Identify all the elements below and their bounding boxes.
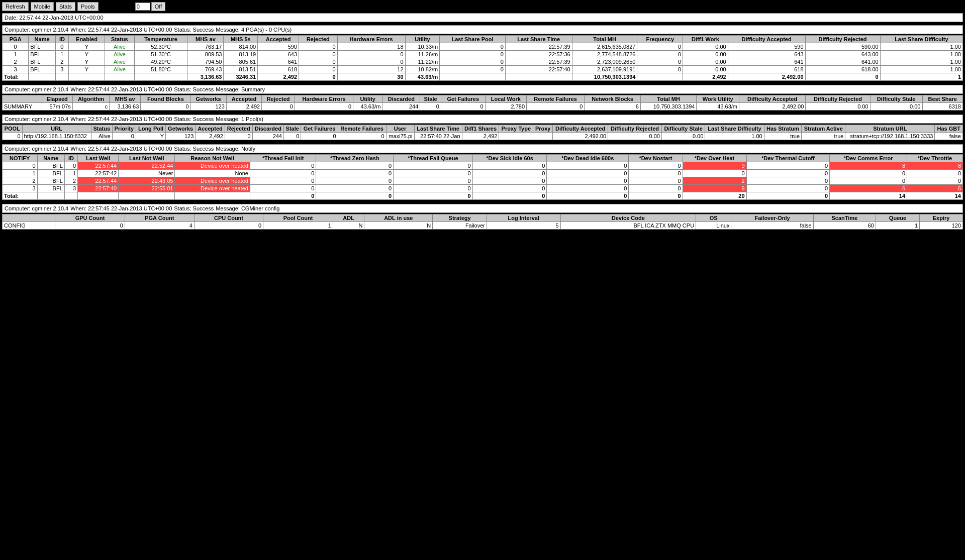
table-cell: 813.19 bbox=[224, 51, 258, 58]
col-c-gpu-count: GPU Count bbox=[55, 214, 125, 222]
col-n-dce: *Dev Comms Error bbox=[830, 155, 907, 162]
col-n-tfq: *Thread Fail Queue bbox=[394, 155, 472, 162]
pool-when: When: 22:57:44 22-Jan-2013 UTC+00:00 bbox=[70, 116, 172, 122]
table-cell: 0 bbox=[830, 177, 907, 185]
col-s-elapsed: Elapsed bbox=[42, 95, 72, 103]
table-cell: 0 bbox=[337, 51, 405, 58]
notify-when: When: 22:57:44 22-Jan-2013 UTC+00:00 bbox=[70, 146, 172, 152]
table-cell: 12 bbox=[337, 66, 405, 73]
col-p-long-poll: Long Poll bbox=[136, 125, 165, 133]
auto-refresh-input[interactable] bbox=[135, 3, 150, 11]
table-cell: 809.53 bbox=[187, 51, 224, 58]
table-cell: 0.00 bbox=[683, 66, 728, 73]
col-utility: Utility bbox=[405, 36, 440, 43]
table-cell: 6 bbox=[907, 185, 963, 192]
col-p-remote-failures: Remote Failures bbox=[338, 125, 386, 133]
off-button[interactable]: Off bbox=[151, 2, 165, 11]
table-cell: 6 bbox=[830, 185, 907, 192]
table-cell: 2 bbox=[683, 177, 746, 185]
table-cell: 0 bbox=[420, 103, 441, 110]
table-cell: Y bbox=[68, 58, 105, 66]
col-p-getworks: Getworks bbox=[166, 125, 196, 133]
table-cell: 0 bbox=[250, 170, 316, 177]
col-s-network-blocks: Network Blocks bbox=[585, 95, 641, 103]
table-cell: 43.63/m bbox=[697, 103, 739, 110]
refresh-button[interactable]: Refresh bbox=[2, 2, 29, 11]
table-cell: 643.00 bbox=[805, 51, 880, 58]
col-s-diff-rejected: Difficulty Rejected bbox=[806, 95, 870, 103]
table-cell: 0 bbox=[316, 185, 394, 192]
col-hw-errors: Hardware Errors bbox=[337, 36, 405, 43]
table-cell: BFL bbox=[29, 58, 56, 66]
pool-section: Computer: cgminer 2.10.4 When: 22:57:44 … bbox=[2, 115, 963, 140]
col-c-queue: Queue bbox=[876, 214, 919, 222]
col-n-dt: *Dev Throttle bbox=[907, 155, 963, 162]
table-cell: 11.26/m bbox=[405, 51, 440, 58]
table-cell: 0 bbox=[629, 185, 683, 192]
pools-button[interactable]: Pools bbox=[77, 2, 99, 11]
col-s-diff-accepted: Difficulty Accepted bbox=[739, 95, 806, 103]
table-cell: 0 bbox=[547, 185, 629, 192]
table-cell: 2,774,548.8726 bbox=[572, 51, 637, 58]
pga-section: Computer: cgminer 2.10.4 When: 22:57:44 … bbox=[2, 25, 963, 81]
stats-button[interactable]: Stats bbox=[56, 2, 75, 11]
col-rejected: Rejected bbox=[299, 36, 338, 43]
table-cell: 0 bbox=[250, 162, 316, 170]
table-cell: 120 bbox=[920, 222, 963, 230]
table-cell: 813.51 bbox=[224, 66, 258, 73]
col-s-rejected: Rejected bbox=[262, 95, 295, 103]
table-cell: BFL bbox=[37, 177, 64, 185]
col-c-label bbox=[3, 214, 55, 222]
pool-status: Status: Success bbox=[174, 116, 214, 122]
col-last-share-diff: Last Share Difficulty bbox=[880, 36, 962, 43]
table-cell: 0 bbox=[394, 170, 472, 177]
table-cell: 0 bbox=[64, 162, 77, 170]
table-cell: 0 bbox=[907, 177, 963, 185]
col-p-has-gbt: Has GBT bbox=[935, 125, 963, 133]
table-cell: 22:57:42 bbox=[78, 170, 119, 177]
pga-computer: Computer: cgminer 2.10.4 bbox=[5, 27, 68, 33]
notify-computer: Computer: cgminer 2.10.4 bbox=[5, 146, 68, 152]
col-s-best-share: Best Share bbox=[922, 95, 963, 103]
table-cell: 2,615,635.0827 bbox=[572, 43, 637, 51]
table-cell: 9 bbox=[683, 162, 746, 170]
col-p-discarded: Discarded bbox=[252, 125, 283, 133]
table-cell: 0 bbox=[225, 133, 252, 140]
table-cell bbox=[68, 73, 105, 81]
table-cell: 22:57:36 bbox=[505, 51, 572, 58]
table-cell: BFL bbox=[29, 51, 56, 58]
table-cell: 0 bbox=[629, 192, 683, 200]
col-p-diff-stale: Difficulty Stale bbox=[661, 125, 705, 133]
table-cell: 14 bbox=[907, 192, 963, 200]
table-cell: 0 bbox=[472, 185, 547, 192]
col-n-tzh: *Thread Zero Hash bbox=[316, 155, 394, 162]
table-cell: 0 bbox=[472, 170, 547, 177]
table-cell: 1.00 bbox=[880, 51, 962, 58]
mobile-button[interactable]: Mobile bbox=[31, 2, 54, 11]
table-cell: 22:57:40 bbox=[505, 66, 572, 73]
auto-refresh-label: Auto Refresh: bbox=[101, 4, 134, 10]
table-cell: 14 bbox=[830, 192, 907, 200]
table-cell: 6318 bbox=[922, 103, 963, 110]
table-cell: 3,136.63 bbox=[187, 73, 224, 81]
table-cell: 0 bbox=[299, 43, 338, 51]
col-p-diff1-shares: Diff1 Shares bbox=[462, 125, 499, 133]
table-cell: 0 bbox=[629, 177, 683, 185]
table-cell: 0 bbox=[316, 170, 394, 177]
table-cell bbox=[55, 73, 68, 81]
col-n-name: Name bbox=[37, 155, 64, 162]
table-cell: 2 bbox=[3, 58, 29, 66]
table-cell: 618.00 bbox=[805, 66, 880, 73]
col-c-pga-count: PGA Count bbox=[125, 214, 194, 222]
table-cell: 2 bbox=[55, 58, 68, 66]
table-cell: 0.00 bbox=[608, 133, 662, 140]
table-cell: 0 bbox=[283, 133, 301, 140]
col-s-getworks: Getworks bbox=[190, 95, 226, 103]
table-cell: Device over heated bbox=[175, 177, 250, 185]
table-cell: 1.00 bbox=[880, 66, 962, 73]
table-cell: Device over heated bbox=[175, 185, 250, 192]
col-diff-accepted: Difficulty Accepted bbox=[728, 36, 805, 43]
pool-table: POOL URL Status Priority Long Poll Getwo… bbox=[2, 125, 963, 140]
table-cell: 2,492 bbox=[226, 103, 261, 110]
col-s-total-mh: Total MH bbox=[640, 95, 697, 103]
